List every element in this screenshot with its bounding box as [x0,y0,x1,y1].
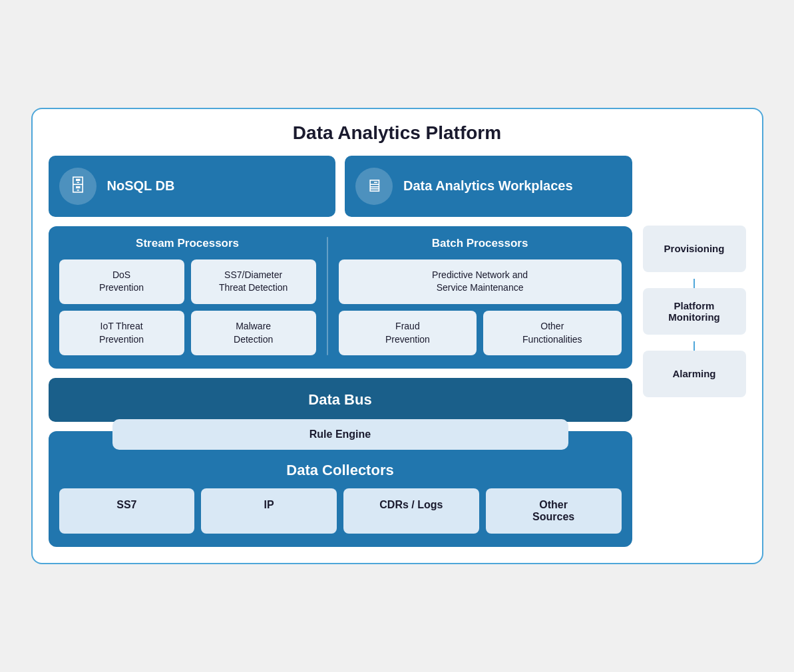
outer-container: Data Analytics Platform 🗄 NoSQL DB 🖥 Dat… [31,108,763,564]
source-ip: IP [201,488,337,534]
processors-row: Stream Processors DoSPrevention SS7/Diam… [49,226,632,369]
stream-card-1: SS7/DiameterThreat Detection [191,259,316,304]
stream-card-3: MalwareDetection [191,311,316,355]
workplaces-label: Data Analytics Workplaces [403,178,573,194]
workplaces-icon: 🖥 [355,168,393,205]
bottom-section: Rule Engine Data Collectors SS7 IP CDRs … [49,431,632,547]
batch-cards: Predictive Network andService Maintenanc… [339,259,622,355]
stream-card-0: DoSPrevention [59,259,184,304]
sidebar-alarming: Alarming [643,351,746,397]
left-section: 🗄 NoSQL DB 🖥 Data Analytics Workplaces S… [49,156,632,547]
stream-cards: DoSPrevention SS7/DiameterThreat Detecti… [59,259,316,355]
sidebar-connector-1 [694,279,695,288]
batch-card-predictive: Predictive Network andService Maintenanc… [339,259,622,304]
rule-engine-label: Rule Engine [309,428,371,440]
source-other: OtherSources [486,488,622,534]
section-divider [327,237,328,355]
sidebar-provisioning: Provisioning [643,226,746,272]
page-title: Data Analytics Platform [49,122,746,144]
nosql-label: NoSQL DB [107,178,175,194]
sidebar-connector-2 [694,341,695,351]
nosql-icon: 🗄 [59,168,97,205]
batch-card-other: OtherFunctionalities [483,311,621,355]
stream-card-2: IoT ThreatPrevention [59,311,184,355]
rule-engine-box: Rule Engine [112,419,568,450]
main-layout: 🗄 NoSQL DB 🖥 Data Analytics Workplaces S… [49,156,746,547]
source-boxes: SS7 IP CDRs / Logs OtherSources [59,488,622,547]
sidebar-platform-monitoring: PlatformMonitoring [643,288,746,335]
source-ss7: SS7 [59,488,195,534]
workplaces-box: 🖥 Data Analytics Workplaces [345,156,632,217]
source-cdrs: CDRs / Logs [343,488,479,534]
right-section: Provisioning PlatformMonitoring Alarming [643,156,746,547]
stream-section: Stream Processors DoSPrevention SS7/Diam… [59,237,316,355]
batch-card-fraud: FraudPrevention [339,311,477,355]
data-collectors-label: Data Collectors [59,455,622,488]
batch-title: Batch Processors [339,237,622,250]
stream-title: Stream Processors [59,237,316,250]
top-row: 🗄 NoSQL DB 🖥 Data Analytics Workplaces [49,156,632,217]
batch-section: Batch Processors Predictive Network andS… [339,237,622,355]
nosql-box: 🗄 NoSQL DB [49,156,336,217]
data-bus: Data Bus [49,378,632,422]
data-bus-label: Data Bus [308,391,371,408]
